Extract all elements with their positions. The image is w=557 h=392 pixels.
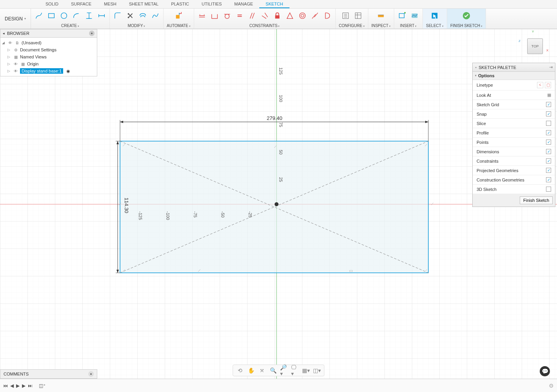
tab-solid[interactable]: SOLID [39,0,65,8]
checkbox[interactable] [546,168,551,173]
ribbon-label-insert[interactable]: INSERT [400,24,417,29]
inspect-icon[interactable] [376,11,386,20]
tab-sketch[interactable]: SKETCH [259,0,289,8]
ribbon-label-inspect[interactable]: INSPECT [371,24,391,29]
finish-sketch-icon[interactable] [462,11,471,20]
ribbon-label-configure[interactable]: CONFIGURE [339,24,365,29]
palette-row-profile[interactable]: Profile [473,128,555,138]
dim-width[interactable]: 279.40 [267,115,282,121]
linetype-right-icon[interactable]: ▢ [545,82,551,88]
comments-panel[interactable]: COMMENTS ● [0,369,97,379]
browser-collapse-icon[interactable]: ● [89,31,95,36]
grid-settings-icon[interactable]: ▦▾ [302,367,310,374]
fillet-tool-icon[interactable] [113,11,122,20]
text-tool-icon[interactable] [84,11,94,20]
checkbox[interactable] [546,149,551,154]
line-tool-icon[interactable] [34,11,44,20]
help-bubble-icon[interactable]: 💬 [540,366,550,376]
palette-row-snap[interactable]: Snap [473,109,555,119]
tab-sheet-metal[interactable]: SHEET METAL [123,0,165,8]
timeline-end-icon[interactable]: ⏭ [28,383,33,388]
dimension-tool-icon[interactable] [97,11,106,20]
palette-row-sketch-grid[interactable]: Sketch Grid [473,100,555,109]
timeline-next-icon[interactable]: ▶ [22,383,25,388]
trim-tool-icon[interactable] [126,11,135,20]
checkbox[interactable] [546,140,551,145]
palette-row-dimensions[interactable]: Dimensions [473,147,555,156]
design-menu[interactable]: DESIGN [0,9,31,29]
tab-utilities[interactable]: UTILITIES [195,0,228,8]
dim-height[interactable]: 114.30 [124,198,129,213]
checkbox[interactable] [546,130,551,135]
ribbon-label-automate[interactable]: AUTOMATE [167,24,191,29]
ribbon-label-modify[interactable]: MODIFY [128,24,146,29]
insert-component-icon[interactable] [397,11,407,20]
palette-row-linetype[interactable]: Linetype<▢ [473,80,555,91]
palette-row-points[interactable]: Points [473,138,555,147]
pan-icon[interactable]: ✋ [247,367,255,374]
checkbox[interactable] [546,177,551,182]
circle-tool-icon[interactable] [59,11,69,20]
rectangle-tool-icon[interactable] [47,11,56,20]
palette-row-constraints[interactable]: Constraints [473,156,555,166]
ribbon-label-finish[interactable]: FINISH SKETCH [450,24,482,29]
curvature-constraint-icon[interactable] [323,11,332,20]
timeline-play-icon[interactable]: ▶ [16,383,20,388]
palette-row-look-at[interactable]: Look At▦ [473,91,555,100]
configure-table-icon[interactable] [353,11,363,20]
tangent-constraint-icon[interactable] [222,11,232,20]
palette-options-header[interactable]: Options [473,72,555,80]
timeline-sketch-icon[interactable]: ◫⁺ [39,383,46,388]
viewport-icon[interactable]: ◫▾ [313,367,321,374]
symmetry-constraint-icon[interactable] [285,11,295,20]
comments-collapse-icon[interactable]: ● [88,371,94,377]
vertical-constraint-icon[interactable] [210,11,219,20]
palette-row-construction-geometries[interactable]: Construction Geometries [473,175,555,185]
tab-manage[interactable]: MANAGE [228,0,259,8]
palette-row-slice[interactable]: Slice [473,119,555,128]
tab-surface[interactable]: SURFACE [65,0,98,8]
timeline-prev-icon[interactable]: ◀ [10,383,14,388]
ribbon-label-create[interactable]: CREATE [61,24,79,29]
finish-sketch-button[interactable]: Finish Sketch [520,196,553,204]
palette-row-3d-sketch[interactable]: 3D Sketch [473,185,555,194]
horizontal-constraint-icon[interactable] [197,11,207,20]
zoom-icon[interactable]: ⤧ [258,367,266,374]
tree-root[interactable]: ◢👁🗎 (Unsaved) [0,39,97,46]
change-params-icon[interactable] [341,11,350,20]
settings-gear-icon[interactable]: ⚙ [549,383,554,389]
ribbon-label-constraints[interactable]: CONSTRAINTS [249,24,280,29]
fit-icon[interactable]: 🔍 [269,367,277,374]
checkbox[interactable] [546,187,551,192]
tree-item-origin[interactable]: ▷👁▦ Origin [0,60,97,67]
tree-item-document-settings[interactable]: ▷⚙ Document Settings [0,46,97,53]
checkbox[interactable] [546,102,551,107]
offset-tool-icon[interactable] [138,11,147,20]
tree-item-named-views[interactable]: ▷▦ Named Views [0,53,97,60]
select-icon[interactable] [430,11,439,20]
tab-plastic[interactable]: PLASTIC [165,0,195,8]
tab-mesh[interactable]: MESH [98,0,123,8]
lock-constraint-icon[interactable] [273,11,282,20]
view-cube-face[interactable]: TOP [527,38,543,54]
lookat-icon[interactable]: 🔎▾ [280,367,288,374]
insert-image-icon[interactable] [410,11,419,20]
perpendicular-constraint-icon[interactable] [260,11,269,20]
palette-row-projected-geometries[interactable]: Projected Geometries [473,166,555,175]
arc-tool-icon[interactable] [72,11,81,20]
parallel-constraint-icon[interactable] [248,11,257,20]
checkbox[interactable] [546,121,551,126]
lookat-icon[interactable]: ▦ [547,93,551,98]
spline-tool-icon[interactable] [151,11,160,20]
palette-pin-icon[interactable]: ⇥ [549,65,553,70]
timeline-start-icon[interactable]: ⏮ [3,383,8,388]
concentric-constraint-icon[interactable] [298,11,307,20]
linetype-left-icon[interactable]: < [537,82,543,88]
checkbox[interactable] [546,111,551,116]
checkbox[interactable] [546,158,551,163]
display-settings-icon[interactable]: 🖵▾ [291,367,299,374]
automate-icon[interactable] [174,11,183,20]
browser-header[interactable]: BROWSER ● [0,29,97,38]
orbit-icon[interactable]: ⟲ [236,367,244,374]
view-cube[interactable]: TOP X Y Z [521,32,546,57]
